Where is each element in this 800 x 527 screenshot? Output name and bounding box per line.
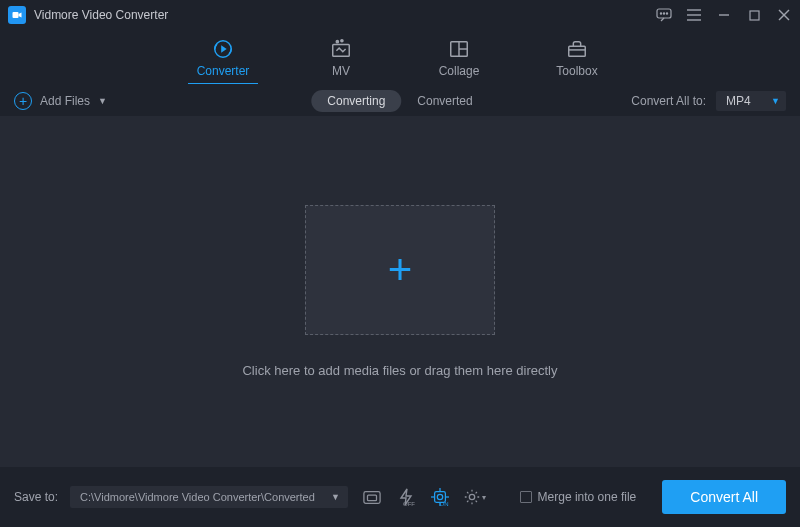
chevron-down-icon: ▼	[98, 96, 107, 106]
tab-label: MV	[332, 64, 350, 78]
open-folder-icon[interactable]	[360, 485, 384, 509]
save-path-select[interactable]: C:\Vidmore\Vidmore Video Converter\Conve…	[70, 486, 348, 508]
collage-icon	[448, 38, 470, 60]
titlebar: Vidmore Video Converter	[0, 0, 800, 30]
plus-icon: +	[388, 249, 413, 291]
convert-all-to-label: Convert All to:	[631, 94, 706, 108]
subbar: + Add Files ▼ Converting Converted Conve…	[0, 84, 800, 116]
svg-point-24	[437, 494, 442, 499]
workspace: + Click here to add media files or drag …	[0, 116, 800, 467]
maximize-icon[interactable]	[746, 7, 762, 23]
footer-tool-icons: OFF ON ▾	[360, 485, 486, 509]
gpu-on-icon[interactable]: ON	[428, 485, 452, 509]
mv-icon	[330, 38, 352, 60]
svg-rect-22	[368, 495, 377, 500]
convert-all-to: Convert All to: MP4 ▼	[631, 91, 786, 111]
tab-mv[interactable]: MV	[306, 38, 376, 84]
status-subtabs: Converting Converted	[311, 90, 488, 112]
svg-rect-21	[364, 492, 380, 504]
window-controls	[656, 7, 792, 23]
merge-checkbox[interactable]: Merge into one file	[520, 490, 637, 504]
tab-collage[interactable]: Collage	[424, 38, 494, 84]
save-path-value: C:\Vidmore\Vidmore Video Converter\Conve…	[80, 491, 315, 503]
app-logo	[8, 6, 26, 24]
svg-point-15	[341, 40, 343, 42]
svg-rect-0	[13, 12, 19, 18]
settings-icon[interactable]: ▾	[462, 485, 486, 509]
convert-all-button[interactable]: Convert All	[662, 480, 786, 514]
tab-label: Toolbox	[556, 64, 597, 78]
svg-rect-9	[750, 11, 759, 20]
subtab-converted[interactable]: Converted	[401, 90, 488, 112]
format-value: MP4	[726, 94, 751, 108]
menu-icon[interactable]	[686, 7, 702, 23]
subtab-converting[interactable]: Converting	[311, 90, 401, 112]
tab-converter[interactable]: Converter	[188, 38, 258, 84]
output-format-select[interactable]: MP4 ▼	[716, 91, 786, 111]
merge-label: Merge into one file	[538, 490, 637, 504]
svg-rect-19	[569, 46, 586, 56]
add-files-button[interactable]: + Add Files ▼	[14, 92, 107, 110]
toolbox-icon	[566, 38, 588, 60]
footer: Save to: C:\Vidmore\Vidmore Video Conver…	[0, 467, 800, 527]
close-icon[interactable]	[776, 7, 792, 23]
svg-point-3	[663, 13, 664, 14]
chevron-down-icon: ▼	[771, 96, 780, 106]
svg-point-29	[469, 494, 474, 499]
tab-label: Collage	[439, 64, 480, 78]
plus-circle-icon: +	[14, 92, 32, 110]
chevron-down-icon: ▼	[331, 492, 340, 502]
svg-point-2	[660, 13, 661, 14]
svg-point-4	[666, 13, 667, 14]
save-to-label: Save to:	[14, 490, 58, 504]
tab-label: Converter	[197, 64, 250, 78]
feedback-icon[interactable]	[656, 7, 672, 23]
minimize-icon[interactable]	[716, 7, 732, 23]
app-title: Vidmore Video Converter	[34, 8, 168, 22]
dropzone[interactable]: +	[305, 205, 495, 335]
converter-icon	[212, 38, 234, 60]
svg-point-14	[336, 41, 338, 43]
dropzone-hint: Click here to add media files or drag th…	[242, 363, 557, 378]
lightning-off-icon[interactable]: OFF	[394, 485, 418, 509]
main-tabs: Converter MV Collage Toolbox	[0, 30, 800, 84]
tab-toolbox[interactable]: Toolbox	[542, 38, 612, 84]
add-files-label: Add Files	[40, 94, 90, 108]
checkbox-icon	[520, 491, 532, 503]
